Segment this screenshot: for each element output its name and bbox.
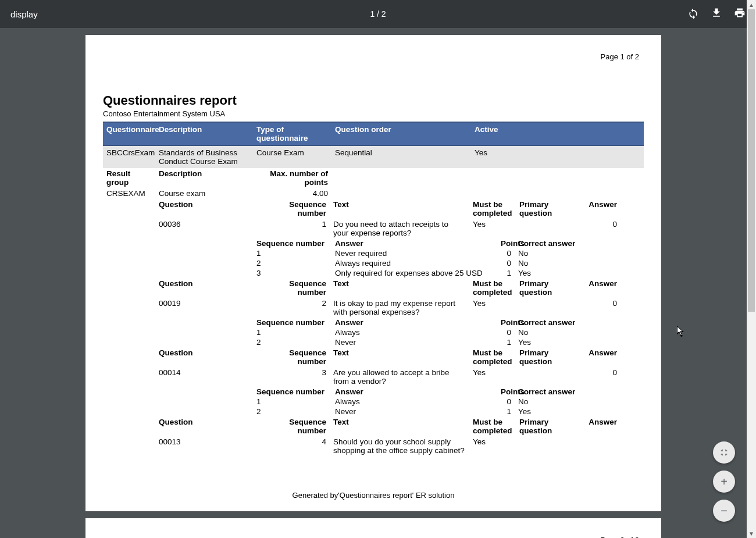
qh-seq: Sequence number xyxy=(277,278,330,298)
qh-primary: Primary question xyxy=(516,278,574,298)
main-table-header: Questionnaire Description Type of questi… xyxy=(103,122,644,146)
qh-question: Question xyxy=(155,416,277,436)
a-points: 1 xyxy=(497,407,515,416)
qh-primary: Primary question xyxy=(516,199,574,219)
qh-primary: Primary question xyxy=(516,347,574,367)
question-row: 000143Are you allowed to accept a bribe … xyxy=(103,367,644,387)
a-correct: No xyxy=(515,397,590,407)
qh-must: Must be completed xyxy=(469,347,516,367)
qh-must: Must be completed xyxy=(469,199,516,219)
a-points: 0 xyxy=(497,258,515,268)
question-header-row: QuestionSequence numberTextMust be compl… xyxy=(103,416,644,436)
q-must: Yes xyxy=(469,219,516,238)
a-text: Always xyxy=(331,397,497,407)
report-title: Questionnaires report xyxy=(103,93,644,108)
a-seq: 2 xyxy=(253,258,331,268)
col-type: Type of questionnaire xyxy=(253,123,331,145)
qh-text: Text xyxy=(330,347,469,367)
a-correct: Yes xyxy=(515,268,590,278)
qh-must: Must be completed xyxy=(469,416,516,436)
q-seq: 1 xyxy=(277,219,330,238)
question-header-row: QuestionSequence numberTextMust be compl… xyxy=(103,347,644,367)
download-icon[interactable] xyxy=(711,7,722,21)
answer-row: 1Never required0No xyxy=(103,248,644,258)
rotate-icon[interactable] xyxy=(687,7,699,21)
a-text: Never xyxy=(331,407,497,416)
report-subtitle: Contoso Entertainment System USA xyxy=(103,109,644,118)
a-correct: No xyxy=(515,248,590,258)
ah-seq: Sequence number xyxy=(253,387,331,397)
answer-row: 2Always required0No xyxy=(103,258,644,268)
qh-question: Question xyxy=(155,347,277,367)
q-primary xyxy=(516,367,574,387)
ah-correct: Correct answer xyxy=(515,318,590,327)
document-viewport[interactable]: Page 1 of 2 Questionnaires report Contos… xyxy=(0,28,747,538)
qh-answer: Answer xyxy=(574,416,621,436)
q-must: Yes xyxy=(469,367,516,387)
q-must: Yes xyxy=(469,436,516,456)
ah-answer: Answer xyxy=(331,318,497,327)
zoom-controls: + − xyxy=(713,441,735,522)
ah-correct: Correct answer xyxy=(515,387,590,397)
pdf-toolbar: display 1 / 2 xyxy=(0,0,756,28)
q-answer: 0 xyxy=(574,219,621,238)
question-row: 000134Should you do your school supply s… xyxy=(103,436,644,456)
q-text: Should you do your school supply shoppin… xyxy=(330,436,469,456)
q-text: Are you allowed to accept a bribe from a… xyxy=(330,367,469,387)
answer-row: 1Always0No xyxy=(103,327,644,337)
scroll-thumb[interactable] xyxy=(748,9,755,312)
a-seq: 2 xyxy=(253,407,331,416)
document-title: display xyxy=(10,9,38,19)
cell-type: Course Exam xyxy=(253,146,331,168)
q-primary xyxy=(516,219,574,238)
question-row: 000192It is okay to pad my expense repor… xyxy=(103,298,644,318)
scroll-up-arrow[interactable]: ▲ xyxy=(747,0,756,9)
scroll-down-arrow[interactable]: ▼ xyxy=(747,529,756,538)
question-row: 000361Do you need to attach receipts to … xyxy=(103,219,644,238)
zoom-in-button[interactable]: + xyxy=(713,471,735,493)
col-questionnaire: Questionnaire xyxy=(103,123,155,145)
q-answer: 0 xyxy=(574,298,621,318)
rg-head-desc: Description xyxy=(155,168,253,188)
ah-points: Points xyxy=(497,318,515,327)
ah-seq: Sequence number xyxy=(253,318,331,327)
answer-row: 1Always0No xyxy=(103,397,644,407)
col-order: Question order xyxy=(331,123,471,145)
col-description: Description xyxy=(155,123,253,145)
page-number-label: Page 2 of 2 xyxy=(601,536,640,538)
questions-container: QuestionSequence numberTextMust be compl… xyxy=(103,199,644,456)
q-answer: 0 xyxy=(574,367,621,387)
answer-header-row: Sequence numberAnswerPointsCorrect answe… xyxy=(103,318,644,327)
report-footer: Generated by'Questionnaires report' ER s… xyxy=(103,491,644,500)
qh-seq: Sequence number xyxy=(277,347,330,367)
a-points: 0 xyxy=(497,397,515,407)
cell-description: Standards of Business Conduct Course Exa… xyxy=(155,146,253,168)
print-icon[interactable] xyxy=(734,7,746,21)
question-header-row: QuestionSequence numberTextMust be compl… xyxy=(103,199,644,219)
a-seq: 1 xyxy=(253,397,331,407)
fit-page-button[interactable] xyxy=(713,441,735,464)
rg-cell-points: 4.00 xyxy=(253,188,331,199)
a-text: Never xyxy=(331,337,497,347)
question-header-row: QuestionSequence numberTextMust be compl… xyxy=(103,278,644,298)
result-group-row: CRSEXAM Course exam 4.00 xyxy=(103,188,644,199)
page-1: Page 1 of 2 Questionnaires report Contos… xyxy=(85,35,661,511)
q-primary xyxy=(516,436,574,456)
zoom-out-button[interactable]: − xyxy=(713,500,735,522)
a-correct: Yes xyxy=(515,337,590,347)
qh-answer: Answer xyxy=(574,199,621,219)
rg-cell-desc: Course exam xyxy=(155,188,253,199)
answer-row: 2Never1Yes xyxy=(103,407,644,416)
ah-answer: Answer xyxy=(331,238,497,248)
q-answer xyxy=(574,436,621,456)
answer-row: 3Only required for expenses above 25 USD… xyxy=(103,268,644,278)
ah-points: Points xyxy=(497,238,515,248)
q-seq: 2 xyxy=(277,298,330,318)
answer-header-row: Sequence numberAnswerPointsCorrect answe… xyxy=(103,238,644,248)
qh-text: Text xyxy=(330,278,469,298)
ah-correct: Correct answer xyxy=(515,238,590,248)
answer-header-row: Sequence numberAnswerPointsCorrect answe… xyxy=(103,387,644,397)
page-2: Page 2 of 2 xyxy=(85,518,661,538)
vertical-scrollbar[interactable]: ▲ ▼ xyxy=(747,0,756,538)
q-must: Yes xyxy=(469,298,516,318)
